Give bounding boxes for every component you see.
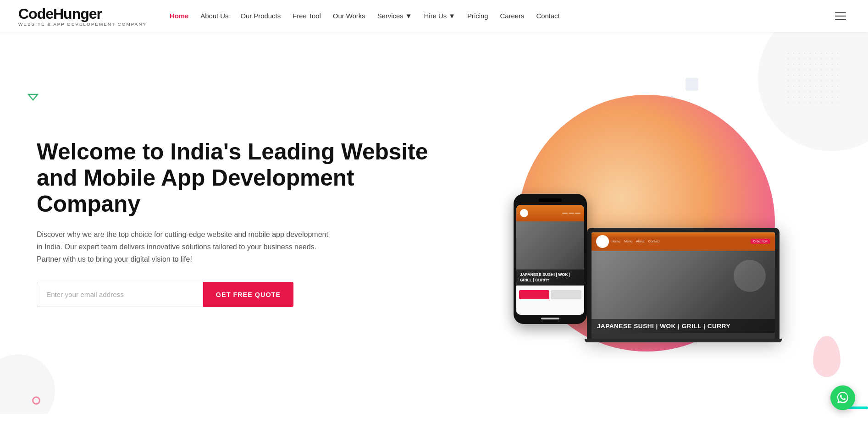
- phone-nav-dots: [562, 213, 581, 214]
- nav-careers[interactable]: Careers: [496, 10, 529, 22]
- phone-home-indicator: [541, 318, 559, 319]
- laptop-mockup: Home Menu About Contact Order Now: [587, 228, 780, 342]
- nav-services[interactable]: Services ▼: [373, 10, 417, 22]
- phone-logo-sm: [520, 209, 528, 217]
- nav-links: Home About Us Our Products Free Tool Our…: [165, 10, 831, 22]
- phone-overlay: JAPANESE SUSHI | WOK | GRILL | CURRY: [516, 269, 584, 286]
- get-quote-button[interactable]: GET FREE QUOTE: [203, 282, 293, 307]
- phone-tagline: JAPANESE SUSHI | WOK | GRILL | CURRY: [520, 272, 581, 283]
- hamburger-line2: [835, 16, 846, 16]
- hero-description: Discover why we are the top choice for c…: [37, 228, 330, 266]
- email-input[interactable]: [37, 282, 203, 307]
- phone-main-image: JAPANESE SUSHI | WOK | GRILL | CURRY: [516, 221, 584, 286]
- phone-body: JAPANESE SUSHI | WOK | GRILL | CURRY: [514, 194, 587, 324]
- logo-part1: Code: [18, 5, 53, 22]
- laptop-nav-bar: Home Menu About Contact Order Now: [592, 232, 775, 251]
- nav-freetool[interactable]: Free Tool: [288, 10, 326, 22]
- nav-home[interactable]: Home: [165, 10, 193, 22]
- laptop-screen: Home Menu About Contact Order Now: [592, 232, 775, 333]
- phone-notch: [539, 198, 562, 202]
- deco-rect2: [686, 78, 698, 91]
- whatsapp-svg-icon: [836, 391, 850, 405]
- nav-contact[interactable]: Contact: [531, 10, 564, 22]
- laptop-base: [592, 333, 775, 339]
- phone-btn-secondary: [551, 290, 581, 299]
- laptop-tagline: JAPANESE SUSHI | WOK | GRILL | CURRY: [597, 323, 769, 330]
- nav-works[interactable]: Our Works: [328, 10, 370, 22]
- bg-blob-left: [0, 354, 55, 414]
- phone-btn-primary: [519, 290, 550, 299]
- logo-part2: Hunger: [53, 5, 102, 22]
- sushi-circle-deco: [734, 260, 766, 292]
- hamburger-menu[interactable]: [831, 9, 850, 23]
- nav-about[interactable]: About Us: [196, 10, 233, 22]
- nav-pricing[interactable]: Pricing: [463, 10, 492, 22]
- hero-right: Home Menu About Contact Order Now: [443, 95, 850, 352]
- hero-title: Welcome to India's Leading Website and M…: [37, 139, 434, 217]
- laptop-text-overlay: JAPANESE SUSHI | WOK | GRILL | CURRY: [592, 319, 775, 333]
- hero-form: GET FREE QUOTE: [37, 282, 293, 307]
- logo-area: CodeHunger WEBSITE & APP DEVELOPEMENT CO…: [18, 5, 147, 27]
- services-chevron-icon: ▼: [405, 12, 412, 20]
- phone-screen: JAPANESE SUSHI | WOK | GRILL | CURRY: [516, 205, 584, 315]
- whatsapp-button[interactable]: ✓: [830, 385, 855, 410]
- logo-subtitle: WEBSITE & APP DEVELOPEMENT COMPANY: [18, 22, 147, 27]
- hamburger-line3: [835, 19, 846, 20]
- navbar: CodeHunger WEBSITE & APP DEVELOPEMENT CO…: [0, 0, 868, 32]
- hero-left: Welcome to India's Leading Website and M…: [37, 139, 443, 308]
- laptop-screen-nav: Home Menu About Contact: [612, 239, 748, 243]
- hero-section: Welcome to India's Leading Website and M…: [0, 32, 868, 414]
- laptop-main-image: JAPANESE SUSHI | WOK | GRILL | CURRY: [592, 251, 775, 333]
- phone-actions: [519, 290, 581, 299]
- svg-marker-0: [28, 94, 38, 100]
- nav-products[interactable]: Our Products: [236, 10, 285, 22]
- laptop-cta-btn: Order Now: [751, 239, 770, 244]
- phone-bottom: [516, 286, 584, 315]
- deco-circle-bottom-left: [32, 396, 40, 405]
- nav-hireus[interactable]: Hire Us ▼: [420, 10, 460, 22]
- phone-header-bar: [516, 205, 584, 221]
- hireus-chevron-icon: ▼: [448, 12, 455, 20]
- hero-circle-bg: Home Menu About Contact Order Now: [518, 95, 775, 352]
- phone-mockup: JAPANESE SUSHI | WOK | GRILL | CURRY: [514, 194, 587, 324]
- deco-triangle-icon: [28, 92, 39, 103]
- laptop-foot: [585, 339, 782, 342]
- laptop-site-logo: [596, 235, 609, 248]
- logo-text: CodeHunger: [18, 5, 147, 22]
- hamburger-line1: [835, 12, 846, 13]
- laptop-screen-outer: Home Menu About Contact Order Now: [587, 228, 780, 339]
